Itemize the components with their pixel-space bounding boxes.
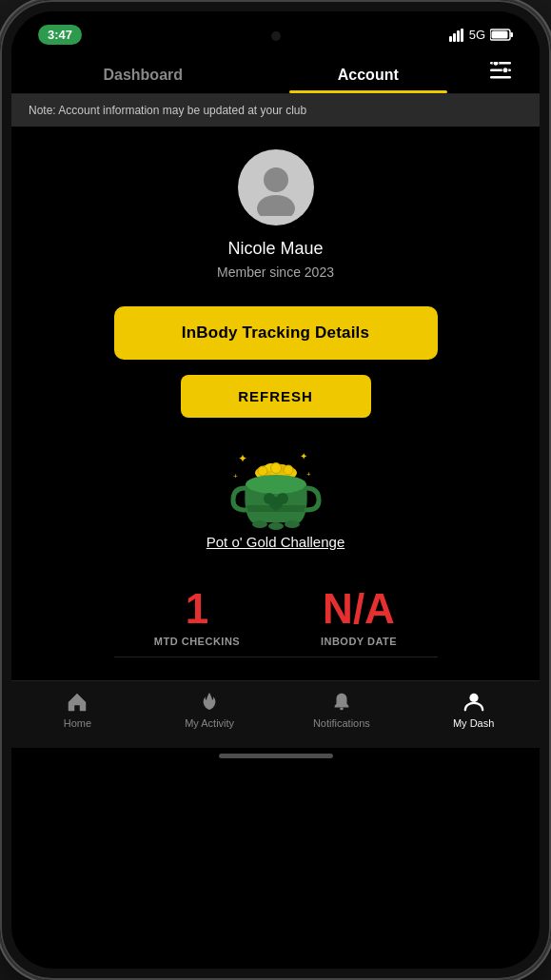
mydash-label: My Dash — [453, 717, 494, 729]
svg-rect-3 — [461, 29, 463, 42]
phone-frame: 3:47 5G Dashboard — [0, 0, 551, 980]
screen: 3:47 5G Dashboard — [11, 11, 540, 969]
flame-icon — [199, 691, 220, 714]
svg-point-10 — [493, 62, 499, 66]
challenge-link[interactable]: Pot o' Gold Challenge — [207, 534, 344, 550]
bottom-nav-home[interactable]: Home — [11, 691, 144, 729]
svg-rect-5 — [511, 32, 514, 37]
svg-point-27 — [264, 493, 275, 504]
svg-point-31 — [268, 522, 284, 530]
bottom-nav-notifications[interactable]: Notifications — [276, 691, 408, 729]
home-indicator — [219, 754, 333, 758]
bottom-nav: Home My Activity Notifications — [11, 680, 540, 748]
stat-mtd-label: MTD CHECKINS — [154, 636, 240, 647]
person-icon — [463, 691, 484, 714]
notice-bar: Note: Account information may be updated… — [11, 94, 540, 127]
svg-rect-6 — [492, 31, 508, 39]
svg-rect-0 — [449, 36, 452, 42]
svg-point-28 — [277, 493, 288, 504]
svg-point-13 — [257, 195, 295, 216]
challenge-section: ✦ ✦ + + — [207, 448, 344, 550]
bell-icon — [331, 691, 352, 714]
main-content: Nicole Maue Member since 2023 InBody Tra… — [11, 127, 540, 680]
svg-point-35 — [469, 694, 478, 702]
svg-point-23 — [270, 463, 281, 474]
tab-dashboard[interactable]: Dashboard — [30, 53, 256, 93]
status-icons: 5G — [449, 28, 513, 42]
svg-rect-1 — [453, 33, 456, 42]
svg-text:✦: ✦ — [300, 451, 307, 461]
svg-point-11 — [502, 68, 508, 73]
avatar — [238, 149, 314, 225]
battery-icon — [490, 29, 513, 41]
home-icon — [66, 691, 89, 714]
svg-text:+: + — [233, 472, 238, 480]
pot-of-gold-icon: ✦ ✦ + + — [228, 448, 324, 534]
svg-point-30 — [252, 520, 267, 528]
svg-point-24 — [284, 465, 293, 475]
refresh-button[interactable]: REFRESH — [181, 375, 371, 418]
filter-button[interactable] — [481, 52, 521, 93]
svg-point-22 — [258, 466, 267, 476]
svg-rect-9 — [490, 76, 511, 79]
signal-icon — [449, 29, 464, 42]
member-since: Member since 2023 — [217, 265, 334, 280]
svg-point-12 — [264, 167, 288, 192]
svg-rect-34 — [340, 708, 344, 711]
stat-inbody-label: INBODY DATE — [321, 636, 397, 647]
stat-mtd-checkins: 1 MTD CHECKINS — [154, 588, 240, 647]
svg-rect-2 — [457, 30, 460, 42]
notifications-label: Notifications — [313, 717, 370, 729]
svg-point-25 — [246, 475, 306, 494]
stat-mtd-value: 1 — [186, 588, 208, 630]
svg-rect-33 — [246, 505, 306, 512]
notch — [219, 23, 333, 49]
notice-text: Note: Account information may be updated… — [29, 104, 306, 117]
stat-inbody-date: N/A INBODY DATE — [321, 588, 397, 647]
network-type: 5G — [469, 28, 485, 42]
stat-inbody-value: N/A — [323, 588, 395, 630]
status-time: 3:47 — [38, 25, 82, 45]
stats-row: 1 MTD CHECKINS N/A INBODY DATE — [114, 588, 438, 657]
svg-text:+: + — [306, 470, 311, 479]
home-label: Home — [64, 717, 91, 729]
bottom-nav-activity[interactable]: My Activity — [144, 691, 276, 729]
nav-tabs: Dashboard Account — [11, 52, 540, 94]
avatar-icon — [247, 159, 305, 216]
svg-text:✦: ✦ — [238, 452, 247, 465]
camera — [271, 31, 281, 41]
inbody-tracking-button[interactable]: InBody Tracking Details — [114, 306, 438, 360]
svg-point-32 — [285, 520, 300, 528]
tab-account[interactable]: Account — [256, 53, 482, 93]
filter-icon — [490, 62, 511, 79]
user-name: Nicole Maue — [227, 239, 323, 259]
bottom-nav-mydash[interactable]: My Dash — [407, 691, 540, 729]
activity-label: My Activity — [185, 717, 234, 729]
